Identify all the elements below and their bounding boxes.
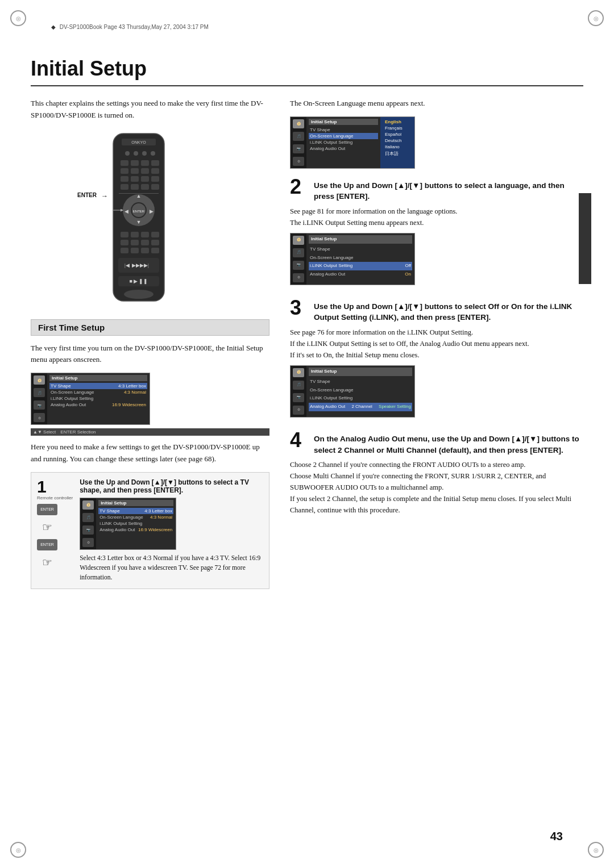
right-column: The On-Screen Language menu appears next…: [290, 98, 583, 596]
analog-icon-2: 🎵: [293, 381, 304, 390]
ilink-icon-1: 📀: [293, 236, 304, 245]
step1-menu-screenshot: 📀 🎵 📷 ⚙ Initial Setup TV Shape 4:3 Lette…: [80, 498, 176, 550]
lang-menu-title: Initial Setup: [309, 119, 378, 125]
svg-rect-8: [131, 160, 139, 166]
svg-text:|◀: |◀: [125, 262, 130, 268]
svg-point-4: [134, 151, 138, 156]
step3-body-line3: If it's set to On, the Initial Setup men…: [290, 349, 583, 361]
svg-rect-44: [141, 248, 149, 253]
remote-svg: ONKYO: [105, 131, 173, 307]
step4-body-line1: Choose 2 Channel if you're connecting th…: [290, 459, 583, 470]
svg-text:ENTER: ENTER: [133, 210, 145, 213]
lang-onscreen-row: On-Screen Language: [309, 133, 378, 139]
remote-image-area: ENTER → ONKYO: [31, 131, 269, 309]
lang-icon-4: ⚙: [293, 157, 304, 166]
svg-rect-16: [131, 176, 139, 182]
lang-espanol: Español: [385, 131, 410, 137]
lang-menu-intro: The On-Screen Language menu appears next…: [290, 98, 583, 110]
first-time-setup-header: First Time Setup: [31, 319, 269, 336]
step2-number: 2: [290, 177, 307, 197]
step4-number: 4: [290, 430, 307, 450]
step3-body: See page 76 for more information on the …: [290, 327, 583, 418]
step1-number: 1: [37, 478, 73, 495]
lang-deutsch: Deutsch: [385, 137, 410, 144]
enter-label: ENTER: [77, 192, 97, 198]
svg-text:▶▶: ▶▶: [132, 262, 140, 268]
menu-row-ilink: i.LINK Output Setting: [49, 395, 147, 402]
svg-text:▼: ▼: [136, 219, 142, 225]
svg-rect-37: [151, 232, 159, 237]
lang-icon-2: 🎵: [293, 132, 304, 141]
analog-menu-icons: 📀 🎵 📷 ⚙: [291, 366, 306, 417]
content-area: Initial Setup This chapter explains the …: [31, 57, 583, 596]
step3-header: 3 Use the Up and Down [▲]/[▼] buttons to…: [290, 298, 583, 323]
ilink-icon-4: ⚙: [293, 273, 304, 282]
ilink-menu-screenshot: 📀 🎵 📷 ⚙ Initial Setup TV Shape: [290, 233, 415, 285]
menu-content-left: Initial Setup TV Shape 4:3 Letter box On…: [47, 373, 150, 424]
analog-language-row: On-Screen Language: [309, 386, 412, 395]
svg-rect-12: [131, 168, 139, 174]
svg-rect-39: [131, 240, 139, 245]
svg-rect-41: [151, 240, 159, 245]
ilink-menu-title: Initial Setup: [309, 235, 412, 244]
svg-rect-34: [121, 232, 128, 237]
analog-menu-content: Initial Setup TV Shape On-Screen Languag…: [306, 366, 414, 417]
analog-icon-4: ⚙: [293, 406, 304, 415]
lang-icon-1: 📀: [293, 119, 304, 128]
svg-rect-36: [141, 232, 149, 237]
menu-row-tvshape: TV Shape 4:3 Letter box: [49, 383, 147, 389]
step4-header-text: On the Analog Audio Out menu, use the Up…: [314, 433, 583, 456]
step1-menu-icons: 📀 🎵 📷 ⚙: [80, 498, 96, 549]
lang-francais: Français: [385, 125, 410, 131]
svg-rect-14: [151, 168, 159, 174]
svg-point-52: [124, 290, 154, 299]
svg-rect-38: [121, 240, 128, 245]
menu-icon-2: 🎵: [34, 388, 45, 397]
lang-tvshape-row: TV Shape: [309, 127, 378, 133]
lang-english: English: [385, 119, 410, 125]
step2-body: See page 81 for more information on the …: [290, 206, 583, 285]
step1-icon-2: 🎵: [82, 513, 94, 522]
step4-header: 4 On the Analog Audio Out menu, use the …: [290, 430, 583, 456]
analog-tvshape-row: TV Shape: [309, 378, 412, 386]
svg-rect-10: [151, 160, 159, 166]
svg-text:▲: ▲: [136, 193, 142, 199]
lang-options-list: English Français Español Deutsch Italian…: [380, 117, 414, 168]
lang-menu-area: The On-Screen Language menu appears next…: [290, 98, 583, 169]
ilink-ilink-row: i.LINK Output Setting Off: [309, 262, 412, 270]
hand-icon-2: ☞: [37, 554, 57, 571]
step1-remote-icons: ENTER ☞ ENTER ☞: [37, 504, 73, 571]
corner-br: ◎: [588, 842, 604, 858]
step1-body: Select 4:3 Letter box or 4:3 Normal if y…: [80, 553, 263, 583]
svg-text:◀: ◀: [125, 208, 128, 214]
menu-icons: 📀 🎵 📷 ⚙: [31, 373, 47, 424]
corner-bl: ◎: [10, 842, 26, 858]
ilink-tvshape-row: TV Shape: [309, 245, 412, 254]
step1-icon-3: 📷: [82, 525, 94, 535]
menu-icon-4: ⚙: [34, 413, 45, 422]
svg-rect-22: [151, 184, 159, 190]
step1-right: Use the Up and Down [▲]/[▼] buttons to s…: [80, 478, 263, 583]
svg-rect-13: [141, 168, 149, 174]
step1-analog-row: Analog Audio Out 16:9 Widescreen: [98, 527, 173, 533]
menu-icon-3: 📷: [34, 400, 45, 410]
menu-icon-1: 📀: [34, 375, 45, 385]
step3-header-text: Use the Up and Down [▲]/[▼] buttons to s…: [314, 301, 583, 323]
step4-body-line3: If you select 2 Channel, the setup is co…: [290, 493, 583, 516]
initial-setup-menu-screenshot: 📀 🎵 📷 ⚙ Initial Setup TV Shape 4:3 Lette…: [31, 373, 150, 425]
svg-rect-18: [151, 176, 159, 182]
svg-rect-15: [121, 176, 128, 182]
step4-block: 4 On the Analog Audio Out menu, use the …: [290, 430, 583, 516]
menu-caption-inner: ▲▼ Select ENTER Selection: [33, 429, 267, 435]
analog-icon-1: 📀: [293, 368, 304, 377]
svg-point-6: [151, 151, 155, 156]
enter-btn-bottom: ENTER: [37, 539, 57, 550]
enter-btn-top: ENTER: [37, 504, 57, 515]
ilink-analog-row: Analog Audio Out On: [309, 270, 412, 279]
step2-header: 2 Use the Up and Down [▲]/[▼] buttons to…: [290, 177, 583, 202]
meta-text: DV-SP1000Book Page 43 Thursday,May 27, 2…: [60, 24, 209, 30]
svg-rect-17: [141, 176, 149, 182]
svg-rect-45: [151, 248, 159, 253]
svg-text:▶▶|: ▶▶|: [140, 262, 149, 268]
svg-rect-19: [121, 184, 128, 190]
